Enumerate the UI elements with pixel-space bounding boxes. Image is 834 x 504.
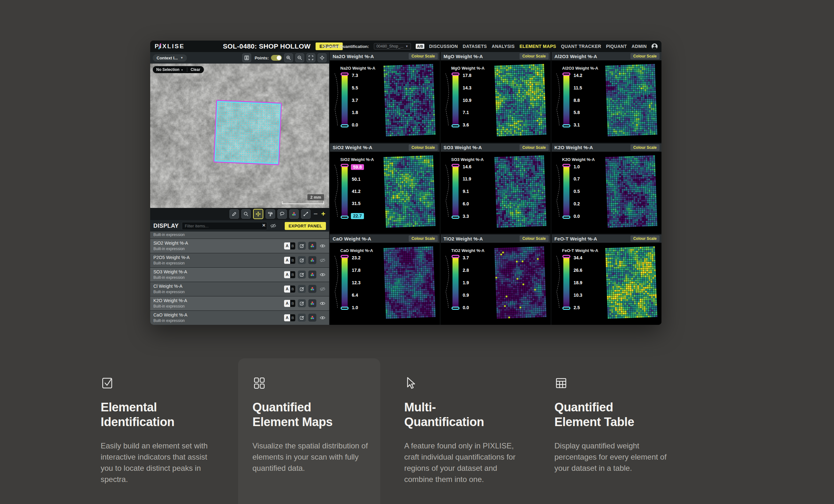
scale-bottom-cap[interactable] <box>563 124 570 128</box>
zoom-fit-button[interactable] <box>306 53 315 62</box>
filter-items-input[interactable] <box>182 222 267 230</box>
zoom-in-button[interactable] <box>284 53 293 62</box>
context-image-dropdown[interactable]: Context I... ▼ <box>153 54 187 62</box>
pan-tool-button[interactable] <box>253 209 263 219</box>
ab-quant-toggle[interactable]: AB <box>284 300 295 307</box>
scale-top-cap[interactable] <box>341 164 349 167</box>
edit-expression-icon[interactable] <box>298 314 306 322</box>
zoom-tool-button[interactable] <box>241 209 251 219</box>
edit-expression-icon[interactable] <box>298 285 306 293</box>
colour-tool-button[interactable] <box>289 209 299 219</box>
ab-toggle-chip[interactable]: A/B <box>416 44 424 49</box>
scale-top-cap[interactable] <box>341 255 349 258</box>
colour-scale-bar[interactable] <box>341 255 349 310</box>
scale-bottom-cap[interactable] <box>452 215 460 219</box>
rgb-mix-icon[interactable] <box>308 314 316 322</box>
rgb-mix-icon[interactable] <box>308 285 316 293</box>
scale-bottom-cap[interactable] <box>341 124 349 128</box>
scale-bottom-cap[interactable] <box>452 306 460 310</box>
nav-analysis[interactable]: ANALYSIS <box>492 44 515 49</box>
points-toggle[interactable] <box>271 55 282 61</box>
rgb-mix-icon[interactable] <box>308 299 316 307</box>
colour-scale-button[interactable]: Colour Scale <box>631 235 660 242</box>
nav-discussion[interactable]: DISCUSSION <box>429 44 458 49</box>
colour-scale-button[interactable]: Colour Scale <box>409 144 438 151</box>
nav-quant-tracker[interactable]: QUANT TRACKER <box>561 44 601 49</box>
list-item-partial[interactable]: Built-in expression <box>150 232 329 238</box>
scale-top-cap[interactable] <box>452 164 460 167</box>
colour-scale-bar[interactable] <box>563 73 570 127</box>
rgb-mix-icon[interactable] <box>308 256 316 264</box>
visibility-eye-slash-icon[interactable] <box>319 287 326 291</box>
scale-top-cap[interactable] <box>341 72 349 76</box>
export-panel-button[interactable]: EXPORT PANEL <box>285 222 326 230</box>
rgb-mix-icon[interactable] <box>308 242 316 250</box>
scale-top-cap[interactable] <box>563 255 570 258</box>
visibility-eye-icon[interactable] <box>319 273 326 277</box>
zoom-increase-button[interactable]: + <box>321 210 326 217</box>
colour-scale-bar[interactable] <box>452 73 460 127</box>
ab-quant-toggle[interactable]: AB <box>284 257 295 264</box>
edit-expression-icon[interactable] <box>298 299 306 307</box>
colour-scale-button[interactable]: Colour Scale <box>409 53 438 60</box>
ab-quant-toggle[interactable]: AB <box>284 243 295 249</box>
zoom-out-button[interactable] <box>295 53 304 62</box>
center-view-button[interactable] <box>317 53 327 62</box>
scale-bottom-cap[interactable] <box>563 215 570 219</box>
nav-piquant[interactable]: PIQUANT <box>606 44 627 49</box>
colour-scale-button[interactable]: Colour Scale <box>409 235 438 242</box>
visibility-eye-icon[interactable] <box>319 244 326 248</box>
visibility-eye-icon[interactable] <box>319 301 326 305</box>
list-item-p2o5[interactable]: P2O5 Weight %-A Built-in expression AB <box>150 253 329 267</box>
zoom-decrease-button[interactable]: − <box>313 210 318 217</box>
scale-bottom-cap[interactable] <box>341 306 349 310</box>
lasso-tool-button[interactable] <box>277 209 287 219</box>
nav-element-maps[interactable]: ELEMENT MAPS <box>520 44 556 49</box>
scale-top-cap[interactable] <box>452 72 460 76</box>
clear-filter-icon[interactable]: ✕ <box>262 223 266 228</box>
scale-bottom-cap[interactable] <box>563 306 570 310</box>
list-item-k2o[interactable]: K2O Weight %-A Built-in expression AB <box>150 296 329 311</box>
selection-dropdown[interactable]: No Selection▼ <box>153 66 187 73</box>
colour-scale-bar[interactable] <box>341 73 349 127</box>
ab-quant-toggle[interactable]: AB <box>284 314 295 321</box>
colour-scale-bar[interactable] <box>452 255 460 310</box>
edit-expression-icon[interactable] <box>298 242 306 250</box>
colour-scale-bar[interactable] <box>341 164 349 219</box>
paint-tool-button[interactable] <box>266 209 275 219</box>
colour-scale-button[interactable]: Colour Scale <box>631 144 660 151</box>
list-item-cl[interactable]: Cl Weight %-A Built-in expression AB <box>150 282 329 296</box>
edit-expression-icon[interactable] <box>298 271 306 278</box>
list-item-sio2[interactable]: SiO2 Weight %-A Built-in expression AB <box>150 239 329 253</box>
ab-quant-toggle[interactable]: AB <box>284 271 295 278</box>
selection-mode-button[interactable] <box>242 53 251 62</box>
nav-admin[interactable]: ADMIN <box>632 44 647 49</box>
draw-tool-button[interactable] <box>229 209 239 219</box>
scale-top-cap[interactable] <box>563 164 570 167</box>
scale-top-cap[interactable] <box>563 72 570 76</box>
measure-tool-button[interactable] <box>301 209 311 219</box>
rgb-mix-icon[interactable] <box>308 271 316 278</box>
ab-quant-toggle[interactable]: AB <box>284 285 295 293</box>
colour-scale-button[interactable]: Colour Scale <box>520 235 549 242</box>
hide-all-eye-slash-icon[interactable] <box>270 224 276 228</box>
visibility-eye-icon[interactable] <box>319 316 326 320</box>
nav-datasets[interactable]: DATASETS <box>463 44 487 49</box>
clear-selection-button[interactable]: Clear <box>187 66 204 73</box>
colour-scale-button[interactable]: Colour Scale <box>520 53 549 60</box>
visibility-eye-slash-icon[interactable] <box>319 258 326 262</box>
colour-scale-bar[interactable] <box>563 255 570 310</box>
scale-bottom-cap[interactable] <box>341 215 349 219</box>
context-image-viewport[interactable]: No Selection▼ Clear 2 mm <box>150 64 329 208</box>
edit-expression-icon[interactable] <box>298 256 306 264</box>
colour-scale-bar[interactable] <box>452 164 460 219</box>
quantification-select[interactable]: 00480_Shop_... ▼ <box>374 43 411 49</box>
scale-top-cap[interactable] <box>452 255 460 258</box>
colour-scale-bar[interactable] <box>563 164 570 219</box>
list-item-so3[interactable]: SO3 Weight %-A Built-in expression AB <box>150 268 329 282</box>
scale-bottom-cap[interactable] <box>452 124 460 128</box>
colour-scale-button[interactable]: Colour Scale <box>520 144 549 151</box>
colour-scale-button[interactable]: Colour Scale <box>631 53 660 60</box>
scan-area-selection[interactable] <box>214 100 282 165</box>
list-item-cao[interactable]: CaO Weight %-A Built-in expression AB <box>150 311 329 325</box>
